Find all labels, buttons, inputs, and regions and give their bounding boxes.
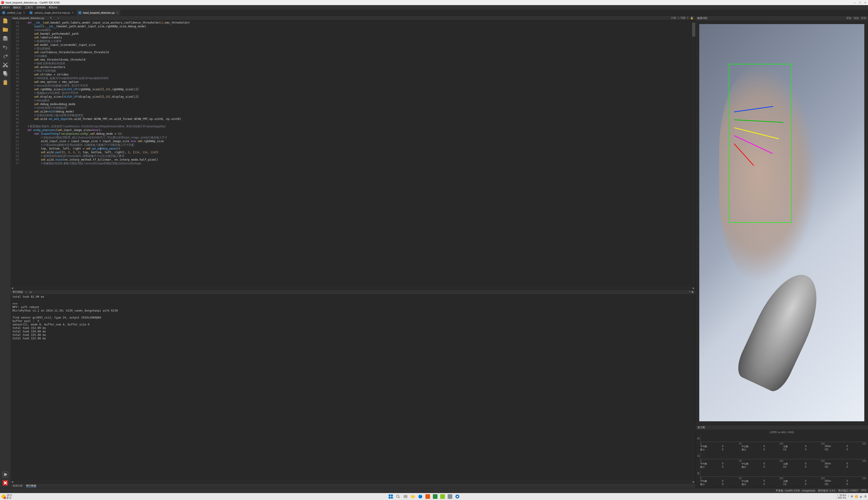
svg-rect-15 <box>389 495 390 496</box>
editor-file-tab[interactable]: hand_keypoint_detection.py ⇅ × <box>12 16 59 20</box>
terminal-collapse-icon[interactable]: ^ <box>689 291 690 294</box>
right-panel: 帧缓冲区 录制 缩放 禁用 直方图 分辨率 (w:480, h:800) <box>695 16 868 488</box>
taskbar: 1 18°C 多云 ↑: 10 K/s ↓: 641 K/s ^ 拼 📶 🔊 英 <box>0 493 868 500</box>
svg-rect-6 <box>4 36 6 38</box>
svg-rect-25 <box>433 494 437 499</box>
stop-icon[interactable] <box>2 480 9 486</box>
tab-close-icon[interactable]: × <box>117 11 118 14</box>
editor-close-icon[interactable]: × <box>57 17 59 20</box>
svg-rect-18 <box>391 497 393 499</box>
undo-icon[interactable] <box>2 44 9 50</box>
detection-bbox <box>729 64 792 223</box>
python-icon <box>79 11 81 14</box>
terminal-popout-icon[interactable]: ⧉ <box>692 291 694 294</box>
close-button[interactable]: ✕ <box>864 1 866 4</box>
cursor-position: 行数: 1, 列数: 1 <box>671 16 688 20</box>
edge-icon[interactable] <box>418 494 423 499</box>
histogram-body: R 050100150200 平均数0中位数0众数0StDev0 最小0最大0L… <box>696 435 868 488</box>
menu-edit[interactable]: 编辑(E) <box>13 6 22 9</box>
histogram-title: 直方图 <box>697 426 705 429</box>
scroll-left-icon[interactable]: ◀ <box>11 287 14 289</box>
tab-label: untitled_1.py <box>7 11 21 14</box>
new-file-icon[interactable] <box>2 18 9 24</box>
scroll-right-icon[interactable]: ▶ <box>692 480 695 483</box>
fb-record-button[interactable]: 录制 <box>846 16 851 20</box>
tab-bar: untitled_1.py × camera_single_bind lcd-m… <box>0 10 868 16</box>
code-editor[interactable]: 19 20 21 22 23 24 25 26 27 28 29 30 31 3… <box>11 20 695 286</box>
svg-point-3 <box>30 12 31 12</box>
status-port-value: COM27 <box>850 489 858 492</box>
app-icon-4[interactable] <box>447 494 453 499</box>
editor-hscroll[interactable]: ◀ ▶ <box>11 286 695 289</box>
tab-close-icon[interactable]: × <box>72 11 73 14</box>
tab-untitled[interactable]: untitled_1.py × <box>0 10 27 15</box>
menu-help[interactable]: 帮助(H) <box>49 6 57 9</box>
redo-icon[interactable] <box>2 53 9 59</box>
editor-vscroll[interactable] <box>692 20 695 283</box>
search-icon[interactable] <box>395 494 401 499</box>
app-icon <box>1 1 4 4</box>
sidebar <box>0 16 11 86</box>
status-port-label: 串行端口: <box>838 489 849 492</box>
terminal-split-icon[interactable]: ⫟ <box>25 291 27 294</box>
scroll-left-icon[interactable]: ◀ <box>11 480 14 483</box>
tray-wifi-icon[interactable]: 📶 <box>855 496 858 498</box>
taskview-icon[interactable] <box>403 494 408 499</box>
tab-camera[interactable]: camera_single_bind lcd-mipi.py × <box>27 10 76 15</box>
tab-hand-keypoint[interactable]: hand_keypoint_detection.py × <box>76 10 121 15</box>
status-fps: FPS <box>861 489 866 492</box>
hist-channel-b: B <box>697 472 700 475</box>
status-board-value: CanMV K230 - dongshanpi <box>785 489 815 492</box>
explorer-icon[interactable] <box>410 494 416 499</box>
start-button[interactable] <box>388 494 393 499</box>
tab-search-results[interactable]: 搜索结果 <box>12 484 23 488</box>
svg-rect-20 <box>404 496 405 497</box>
menubar: 文件(F) 编辑(E) 工具(T) 控件(W) 帮助(H) <box>0 5 868 10</box>
canmv-ide-icon[interactable] <box>455 494 460 499</box>
status-fw-label: 固件版本: <box>818 489 829 492</box>
hist-channel-g: G <box>697 454 700 458</box>
terminal-output[interactable]: total took 82.00 ms >>> MPY: soft reboot… <box>11 294 695 480</box>
weather-widget[interactable]: 1 18°C 多云 <box>1 494 12 499</box>
terminal-hscroll[interactable]: ◀ ▶ <box>11 480 695 483</box>
hist-ticks: 050100150200 <box>697 442 866 445</box>
svg-rect-22 <box>404 497 407 498</box>
scroll-right-icon[interactable]: ▶ <box>692 287 695 289</box>
menu-file[interactable]: 文件(F) <box>1 6 10 9</box>
paste-icon[interactable] <box>2 79 9 86</box>
tray-ime1-icon[interactable]: 拼 <box>851 495 853 498</box>
open-folder-icon[interactable] <box>2 26 9 33</box>
weather-desc: 多云 <box>7 497 12 499</box>
status-fw-value: 0.4.0 <box>830 489 835 492</box>
menu-tools[interactable]: 工具(T) <box>25 6 33 9</box>
fb-disable-button[interactable]: 禁用 <box>861 16 866 20</box>
svg-point-29 <box>456 496 458 498</box>
fb-zoom-button[interactable]: 缩放 <box>854 16 859 20</box>
svg-rect-21 <box>406 496 407 497</box>
network-speed: ↑: 10 K/s ↓: 641 K/s <box>836 494 846 499</box>
app-icon-2[interactable] <box>432 494 438 499</box>
status-board-label: 开发板: <box>776 489 784 492</box>
svg-rect-10 <box>3 71 6 75</box>
svg-point-5 <box>79 12 80 12</box>
connect-icon[interactable] <box>2 471 9 478</box>
tray-ime2-icon[interactable]: 英 <box>864 495 867 498</box>
cut-icon[interactable] <box>2 61 9 68</box>
hist-chart-b <box>700 470 866 477</box>
framebuffer-preview <box>696 20 868 425</box>
save-icon[interactable] <box>2 35 9 42</box>
tray-arrow-icon[interactable]: ^ <box>848 496 849 498</box>
app-icon-3[interactable] <box>440 494 445 499</box>
terminal-save-icon[interactable]: ▭ <box>30 291 32 294</box>
code-content[interactable]: def __init__(self,kmodel_path,labels,mod… <box>21 20 695 286</box>
tab-close-icon[interactable]: × <box>23 11 25 14</box>
app-icon-1[interactable] <box>425 494 431 499</box>
tab-serial-terminal[interactable]: 串行终端 <box>26 484 36 488</box>
menu-widget[interactable]: 控件(W) <box>36 6 46 9</box>
tray-sound-icon[interactable]: 🔊 <box>860 496 863 498</box>
tab-label: camera_single_bind lcd-mipi.py <box>34 11 70 14</box>
svg-point-19 <box>397 495 399 498</box>
maximize-button[interactable]: ☐ <box>859 1 861 4</box>
copy-icon[interactable] <box>2 70 9 77</box>
minimize-button[interactable]: — <box>854 1 856 4</box>
